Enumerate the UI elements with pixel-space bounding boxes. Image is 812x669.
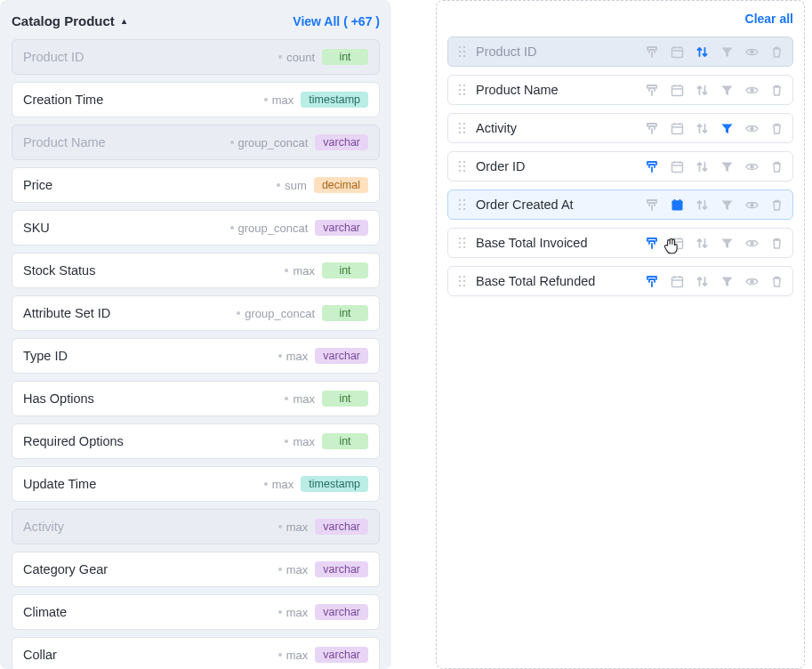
visibility-icon[interactable] — [744, 83, 759, 97]
selected-row[interactable]: Order Created At — [447, 189, 793, 220]
calendar-icon[interactable] — [670, 274, 684, 288]
type-badge: varchar — [315, 519, 368, 535]
sort-icon[interactable] — [695, 121, 709, 135]
field-row[interactable]: Type IDmaxvarchar — [12, 338, 380, 374]
aggregation-label: count — [278, 51, 315, 64]
panel-title[interactable]: Catalog Product ▴ — [12, 13, 126, 28]
type-badge: decimal — [314, 177, 368, 193]
filter-icon[interactable] — [720, 159, 734, 173]
selected-field-name: Base Total Refunded — [476, 274, 636, 288]
visibility-icon[interactable] — [744, 274, 759, 288]
sort-icon[interactable] — [695, 159, 709, 173]
field-row[interactable]: Attribute Set IDgroup_concatint — [12, 295, 380, 331]
type-badge: int — [322, 49, 368, 65]
visibility-icon[interactable] — [744, 121, 759, 135]
visibility-icon[interactable] — [744, 236, 759, 250]
selected-row[interactable]: Product ID — [447, 36, 793, 67]
sort-icon[interactable] — [695, 274, 709, 288]
aggregate-icon[interactable] — [645, 197, 659, 212]
delete-icon[interactable] — [769, 159, 784, 173]
field-row[interactable]: Has Optionsmaxint — [12, 381, 380, 416]
selected-row[interactable]: Base Total Invoiced — [447, 228, 793, 258]
calendar-icon[interactable] — [670, 197, 684, 212]
calendar-icon[interactable] — [670, 44, 684, 59]
field-row[interactable]: SKUgroup_concatvarchar — [12, 210, 380, 246]
field-name: Climate — [23, 605, 278, 619]
calendar-icon[interactable] — [670, 236, 684, 250]
aggregate-icon[interactable] — [645, 83, 659, 97]
aggregate-icon[interactable] — [645, 121, 659, 135]
selected-row[interactable]: Product Name — [447, 75, 793, 105]
aggregation-label: group_concat — [237, 307, 315, 320]
selected-row[interactable]: Base Total Refunded — [447, 266, 793, 296]
field-row[interactable]: Creation Timemaxtimestamp — [12, 82, 380, 117]
fields-list: Product IDcountintCreation Timemaxtimest… — [12, 39, 380, 669]
field-row[interactable]: Product IDcountint — [12, 39, 380, 75]
delete-icon[interactable] — [769, 121, 784, 135]
calendar-icon[interactable] — [670, 83, 684, 97]
selected-row[interactable]: Activity — [447, 113, 793, 143]
clear-all-link[interactable]: Clear all — [745, 12, 793, 26]
aggregation-label: group_concat — [230, 136, 309, 149]
sort-icon[interactable] — [695, 44, 709, 59]
filter-icon[interactable] — [720, 121, 734, 135]
filter-icon[interactable] — [720, 83, 734, 97]
delete-icon[interactable] — [769, 236, 784, 250]
delete-icon[interactable] — [769, 83, 784, 97]
aggregation-label: group_concat — [230, 222, 309, 235]
drag-handle-icon[interactable] — [457, 84, 467, 96]
field-name: Required Options — [23, 434, 285, 448]
aggregation-label: max — [264, 478, 294, 491]
filter-icon[interactable] — [720, 44, 734, 59]
field-row[interactable]: Stock Statusmaxint — [12, 253, 380, 288]
filter-icon[interactable] — [720, 197, 734, 212]
field-name: Type ID — [23, 349, 278, 363]
calendar-icon[interactable] — [670, 159, 684, 173]
aggregate-icon[interactable] — [645, 44, 659, 59]
drag-handle-icon[interactable] — [457, 122, 467, 134]
drag-handle-icon[interactable] — [457, 160, 467, 173]
icon-row — [645, 236, 784, 250]
field-name: SKU — [23, 221, 230, 235]
field-row[interactable]: Activitymaxvarchar — [12, 509, 380, 544]
field-row[interactable]: Required Optionsmaxint — [12, 423, 380, 459]
visibility-icon[interactable] — [744, 197, 759, 212]
field-row[interactable]: Collarmaxvarchar — [12, 637, 380, 669]
filter-icon[interactable] — [720, 274, 734, 288]
aggregate-icon[interactable] — [645, 159, 659, 173]
field-name: Update Time — [23, 477, 264, 491]
type-badge: int — [322, 305, 368, 321]
panel-header: Catalog Product ▴ View All ( +67 ) — [12, 13, 380, 28]
sort-icon[interactable] — [695, 83, 709, 97]
field-row[interactable]: Update Timemaxtimestamp — [12, 466, 380, 502]
selected-field-name: Order Created At — [476, 197, 636, 212]
delete-icon[interactable] — [769, 274, 784, 288]
aggregate-icon[interactable] — [645, 274, 659, 288]
field-row[interactable]: Climatemaxvarchar — [12, 594, 380, 630]
aggregate-icon[interactable] — [645, 236, 659, 250]
drag-handle-icon[interactable] — [457, 198, 467, 211]
view-all-link[interactable]: View All ( +67 ) — [293, 14, 380, 28]
sort-icon[interactable] — [695, 197, 709, 212]
field-row[interactable]: Pricesumdecimal — [12, 167, 380, 203]
filter-icon[interactable] — [720, 236, 734, 250]
type-badge: varchar — [315, 604, 368, 620]
selected-row[interactable]: Order ID — [447, 151, 793, 181]
type-badge: varchar — [315, 561, 368, 577]
visibility-icon[interactable] — [744, 44, 759, 59]
drag-handle-icon[interactable] — [457, 237, 467, 249]
field-name: Product Name — [23, 135, 230, 149]
icon-row — [645, 274, 784, 288]
sort-icon[interactable] — [695, 236, 709, 250]
delete-icon[interactable] — [769, 44, 784, 59]
field-row[interactable]: Category Gearmaxvarchar — [12, 552, 380, 587]
delete-icon[interactable] — [769, 197, 784, 212]
type-badge: varchar — [315, 134, 368, 150]
field-row[interactable]: Product Namegroup_concatvarchar — [12, 125, 380, 160]
visibility-icon[interactable] — [744, 159, 759, 173]
drag-handle-icon[interactable] — [457, 275, 467, 287]
selected-fields-panel: Clear all Product IDProduct NameActivity… — [436, 0, 805, 669]
calendar-icon[interactable] — [670, 121, 684, 135]
drag-handle-icon[interactable] — [457, 45, 467, 58]
icon-row — [645, 44, 784, 59]
